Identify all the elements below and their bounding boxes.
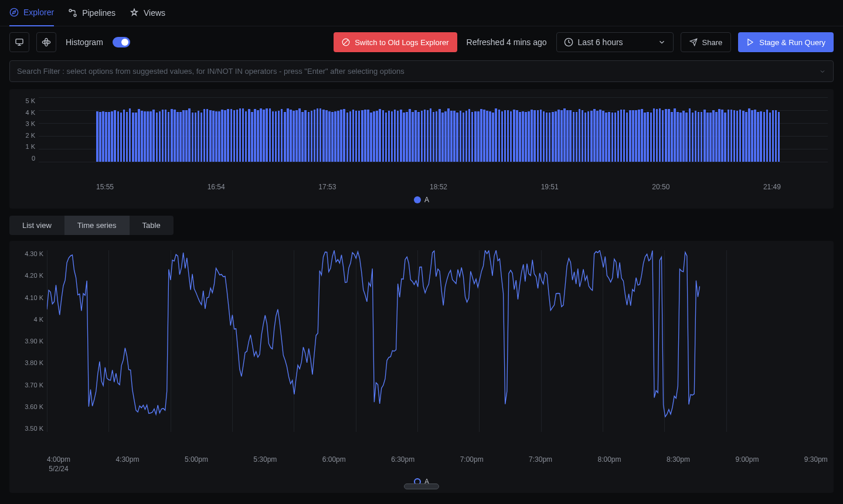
- share-button[interactable]: Share: [681, 32, 732, 52]
- tab-views[interactable]: Views: [130, 0, 165, 26]
- view-tab-table[interactable]: Table: [130, 216, 174, 235]
- monitor-plus-icon: [15, 38, 24, 47]
- svg-point-7: [46, 42, 46, 42]
- search-filter-bar[interactable]: [9, 60, 834, 82]
- bar-y-axis: 5 K4 K3 K2 K1 K0: [15, 97, 39, 162]
- slash-circle-icon: [342, 38, 350, 46]
- tab-explorer[interactable]: Explorer: [9, 0, 54, 26]
- refreshed-text: Refreshed 4 mins ago: [464, 38, 549, 47]
- tab-label: Explorer: [23, 8, 54, 17]
- view-tab-list[interactable]: List view: [9, 216, 64, 235]
- view-tab-timeseries[interactable]: Time series: [64, 216, 130, 235]
- pipelines-icon: [68, 8, 77, 18]
- button-label: Switch to Old Logs Explorer: [355, 38, 448, 47]
- line-chart-panel: 4.30 K4.20 K4.10 K4 K3.90 K3.80 K3.70 K3…: [9, 241, 834, 493]
- switch-old-explorer-button[interactable]: Switch to Old Logs Explorer: [334, 32, 457, 52]
- stage-run-query-button[interactable]: Stage & Run Query: [738, 32, 834, 52]
- bar-legend: A: [15, 191, 828, 205]
- svg-rect-4: [16, 39, 23, 44]
- play-icon: [746, 38, 754, 46]
- button-label: Stage & Run Query: [759, 38, 825, 47]
- new-query-button[interactable]: [9, 32, 29, 52]
- search-input[interactable]: [17, 67, 819, 76]
- top-nav-tabs: Explorer Pipelines Views: [0, 0, 843, 26]
- line-plot[interactable]: [47, 250, 828, 432]
- time-range-selector[interactable]: Last 6 hours: [556, 32, 674, 52]
- time-range-label: Last 6 hours: [578, 38, 653, 47]
- tab-pipelines[interactable]: Pipelines: [68, 0, 115, 26]
- toolbar: Histogram Switch to Old Logs Explorer Re…: [0, 26, 843, 58]
- button-label: Share: [702, 38, 723, 47]
- tab-label: Views: [144, 8, 165, 18]
- chevron-down-icon: [658, 38, 666, 46]
- svg-point-0: [10, 8, 18, 16]
- atom-icon: [42, 38, 51, 47]
- svg-point-2: [69, 9, 72, 12]
- view-tabs: List view Time series Table: [9, 216, 174, 235]
- bar-x-axis: 15:5516:5417:5318:5219:5120:5021:49: [39, 183, 828, 191]
- chevron-down-icon: [819, 68, 826, 75]
- settings-button[interactable]: [36, 32, 56, 52]
- resize-handle[interactable]: [404, 483, 439, 489]
- compass-icon: [9, 8, 19, 17]
- clock-icon: [564, 38, 573, 47]
- tab-label: Pipelines: [82, 8, 115, 18]
- svg-marker-1: [12, 11, 15, 13]
- svg-marker-15: [748, 39, 753, 46]
- histogram-chart: 5 K4 K3 K2 K1 K0 15:5516:5417:5318:5219:…: [9, 89, 834, 209]
- histogram-toggle[interactable]: [113, 37, 130, 47]
- bar-plot[interactable]: [39, 97, 828, 162]
- line-x-axis: 4:00pm5/2/244:30pm5:00pm5:30pm6:00pm6:30…: [47, 455, 828, 473]
- views-icon: [130, 8, 139, 18]
- histogram-label: Histogram: [66, 38, 103, 47]
- line-y-axis: 4.30 K4.20 K4.10 K4 K3.90 K3.80 K3.70 K3…: [15, 250, 47, 432]
- legend-label: A: [424, 196, 429, 204]
- legend-dot-a: [414, 196, 421, 203]
- svg-point-3: [74, 14, 76, 16]
- svg-line-11: [344, 40, 348, 45]
- send-icon: [689, 38, 698, 46]
